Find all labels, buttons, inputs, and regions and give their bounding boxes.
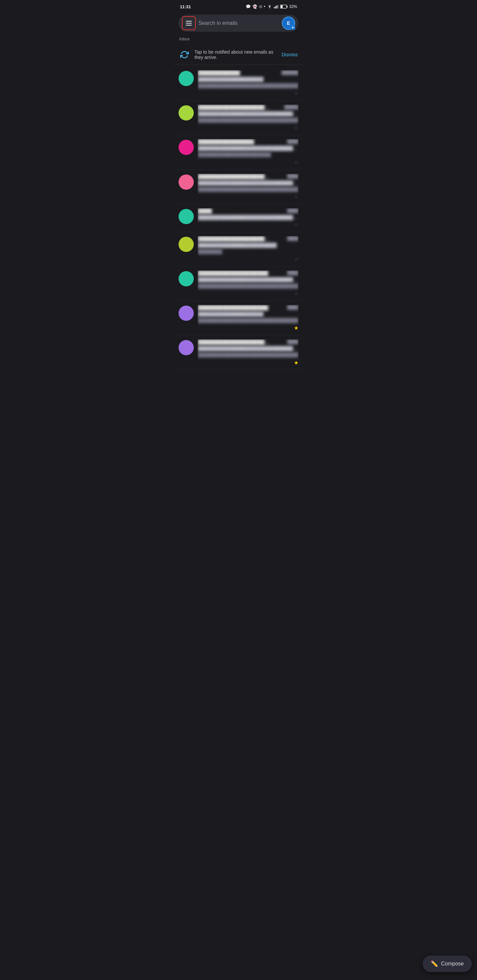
email-subject: ████████████████████████████████ xyxy=(198,277,298,282)
email-content: ████████████ ██████ ████████████████████… xyxy=(198,70,298,96)
email-subject: ████████████████████████████████████████… xyxy=(198,180,298,186)
sender-avatar xyxy=(179,175,194,190)
status-time: 11:31 xyxy=(180,4,191,9)
sender-name: ████████████████████████████████████ xyxy=(198,174,271,180)
email-time: ████ xyxy=(287,339,298,344)
star-icon[interactable]: ☆ xyxy=(294,194,298,200)
sender-name: ████████████████████ xyxy=(198,305,268,310)
star-icon[interactable]: ☆ xyxy=(294,256,298,262)
email-subject: ████████████████████████████████████████… xyxy=(198,215,298,220)
star-icon[interactable]: ☆ xyxy=(294,290,298,297)
email-preview: ████████ xyxy=(198,249,298,255)
sender-avatar xyxy=(179,237,194,252)
avatar-badge xyxy=(290,25,295,30)
email-item[interactable]: ████████████████████████████████████ ███… xyxy=(174,170,303,204)
refresh-icon xyxy=(179,49,190,60)
email-time: ████ xyxy=(287,174,298,178)
email-time: ████ xyxy=(287,270,298,275)
email-time: ████ xyxy=(287,236,298,241)
email-preview: ████████████████████████████████████████ xyxy=(198,283,298,289)
sender-name: ████████████████████████████████ xyxy=(198,105,271,110)
sender-avatar xyxy=(179,340,194,355)
email-time: ████ xyxy=(287,208,298,213)
email-item[interactable]: ████████████████████████████████ █████ █… xyxy=(174,101,303,135)
star-icon[interactable]: ☆ xyxy=(294,159,298,165)
email-item[interactable]: ████████████████████████ ████ ██████████… xyxy=(174,336,303,370)
hamburger-line-1 xyxy=(186,21,192,22)
search-input[interactable]: Search in emails xyxy=(198,20,279,26)
notification-banner[interactable]: Tap to be notified about new emails as t… xyxy=(174,45,303,65)
svg-rect-5 xyxy=(287,6,287,7)
email-footer: ☆ xyxy=(198,290,298,297)
email-item[interactable]: ████████████████ ████ ██████████████████… xyxy=(174,135,303,170)
hamburger-line-3 xyxy=(186,25,192,25)
email-preview: ████████████████████████ xyxy=(198,152,298,158)
email-subject: ████████████████████████ xyxy=(198,243,298,248)
email-content: ████ ████ ██████████████████████████████… xyxy=(198,208,298,228)
star-icon[interactable]: ★ xyxy=(294,325,298,331)
sender-avatar xyxy=(179,71,194,86)
battery-percent: 32% xyxy=(289,4,297,9)
snapchat-icon: 👻 xyxy=(252,4,257,9)
screen-record-icon: ⊙ xyxy=(259,4,262,9)
star-icon[interactable]: ★ xyxy=(294,360,298,366)
email-content: ████████████████████████████████████████… xyxy=(198,236,298,262)
email-subject: ████████████████████████████████████████ xyxy=(198,111,298,116)
email-header: ████████████████████████████████████████… xyxy=(198,236,298,242)
email-item[interactable]: ████████████ ██████ ████████████████████… xyxy=(174,66,303,101)
email-list: ████████████ ██████ ████████████████████… xyxy=(174,65,303,370)
email-subject: ████████████████████████████████████████ xyxy=(198,346,298,351)
email-preview: ████████████████████████████████████████… xyxy=(198,117,298,123)
avatar-initial: E xyxy=(287,21,290,26)
star-icon[interactable]: ☆ xyxy=(294,124,298,131)
svg-rect-6 xyxy=(281,5,282,8)
account-avatar-button[interactable]: E xyxy=(282,17,295,30)
notification-text: Tap to be notified about new emails as t… xyxy=(195,49,277,60)
star-icon[interactable]: ☆ xyxy=(294,221,298,228)
email-subject: ████████████████████ xyxy=(198,77,298,82)
email-footer: ☆ xyxy=(198,124,298,131)
email-item[interactable]: ████ ████ ██████████████████████████████… xyxy=(174,204,303,232)
email-subject: ████████████████████████████████ xyxy=(198,146,298,151)
email-preview: ████████████████████████████████████████… xyxy=(198,83,298,89)
sender-name: ████ xyxy=(198,208,212,214)
email-content: ████████████████████ ████ ██████████████… xyxy=(198,270,298,297)
dismiss-button[interactable]: Dismiss xyxy=(282,51,298,59)
email-header: ████████████████████████████████ █████ xyxy=(198,105,298,110)
sender-avatar xyxy=(179,209,194,224)
svg-rect-1 xyxy=(275,6,276,8)
menu-button[interactable] xyxy=(182,16,196,30)
email-preview: ████████████████████████████████████████… xyxy=(198,318,298,323)
email-footer: ☆ xyxy=(198,159,298,165)
sender-avatar xyxy=(179,271,194,286)
hamburger-line-2 xyxy=(186,23,192,24)
sender-avatar xyxy=(179,305,194,321)
email-header: ████████████████████ ████ xyxy=(198,305,298,310)
email-item[interactable]: ████████████████████ ████ ██████████████… xyxy=(174,267,303,301)
messenger-icon: 💬 xyxy=(246,4,251,9)
email-content: ████████████████████████ ████ ██████████… xyxy=(198,339,298,366)
battery-icon xyxy=(280,5,287,9)
email-footer: ☆ xyxy=(198,90,298,96)
star-icon[interactable]: ☆ xyxy=(294,90,298,96)
email-time: ██████ xyxy=(282,70,298,75)
email-content: ████████████████████████████████ █████ █… xyxy=(198,105,298,131)
email-item[interactable]: ████████████████████ ████ ██████████████… xyxy=(174,301,303,336)
email-header: ████████████████████ ████ xyxy=(198,270,298,276)
email-content: ████████████████████████████████████ ███… xyxy=(198,174,298,200)
signal-icon xyxy=(274,5,279,9)
email-item[interactable]: ████████████████████████████████████████… xyxy=(174,232,303,267)
email-time: ████ xyxy=(287,139,298,144)
email-footer: ☆ xyxy=(198,256,298,262)
svg-rect-0 xyxy=(274,7,274,9)
status-bar: 11:31 💬 👻 ⊙ • 32% xyxy=(174,0,303,12)
sender-avatar xyxy=(179,140,194,155)
email-footer: ☆ xyxy=(198,221,298,228)
email-preview: ████████████████████████████████████████… xyxy=(198,352,298,358)
sender-name: ████████████████████████ xyxy=(198,339,271,345)
email-header: ████████████ ██████ xyxy=(198,70,298,76)
email-header: ████ ████ xyxy=(198,208,298,214)
email-subject: ████████████████████ xyxy=(198,312,298,317)
email-content: ████████████████████ ████ ██████████████… xyxy=(198,305,298,331)
email-footer: ★ xyxy=(198,360,298,366)
